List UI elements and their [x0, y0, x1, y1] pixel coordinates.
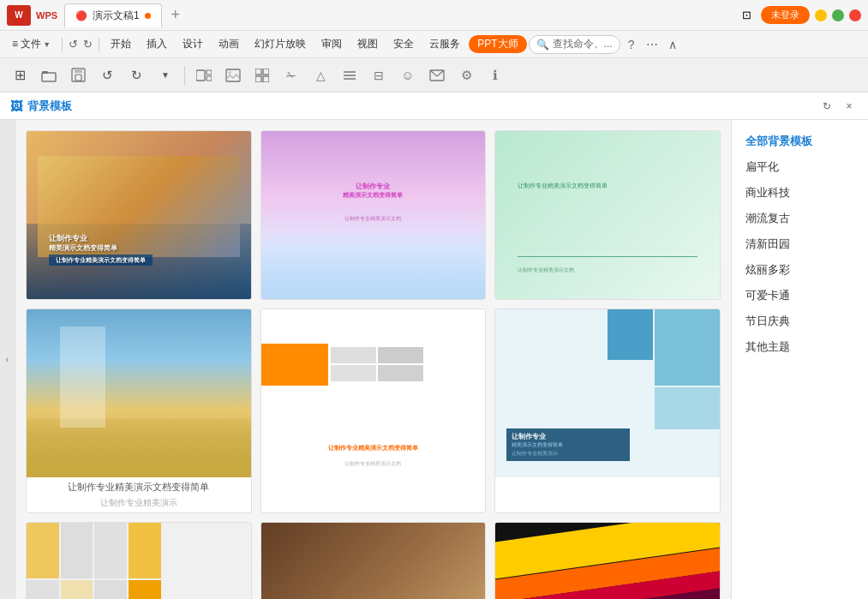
template-item[interactable]: 让制作专业精美演示文档变得简单 让制作专业精美演示文档 — [260, 308, 487, 513]
menu-review-label: 审阅 — [321, 37, 342, 51]
menu-slideshow-label: 幻灯片放映 — [254, 37, 306, 51]
svg-rect-10 — [255, 69, 261, 75]
split-screen-button[interactable]: ⊡ — [737, 6, 756, 25]
wps-label: WPS — [36, 10, 57, 21]
more-button[interactable]: ⋯ — [643, 35, 661, 54]
menu-insert[interactable]: 插入 — [140, 35, 174, 53]
template-item[interactable]: 让制作专业精美演示文档变得简单 让制作专业精美演示 — [26, 308, 252, 513]
title-bar-right: ⊡ 未登录 — [737, 6, 861, 25]
redo-icon[interactable]: ↻ — [123, 63, 149, 88]
menu-file-label: ≡ 文件 — [12, 37, 41, 51]
menu-slideshow[interactable]: 幻灯片放映 — [248, 35, 313, 53]
template-item[interactable]: 让制作专业精美演示文档变得简单 让制作专业精美演示文档 — [260, 130, 487, 300]
menu-start-label: 开始 — [111, 37, 131, 51]
panel-title-icon: 🖼 — [10, 99, 22, 113]
image-insert-icon[interactable] — [220, 63, 246, 88]
search-label: 查找命令、... — [553, 37, 613, 51]
template-thumb: 让制作专业 精美演示文档变得简单 让制作专业精美演示 — [495, 523, 720, 599]
maximize-button[interactable] — [832, 9, 844, 21]
category-cartoon[interactable]: 可爱卡通 — [732, 283, 868, 308]
add-tab-button[interactable]: + — [165, 5, 186, 26]
template-thumb: 让制作专业 精美演示文档变得简单 让制作专业精美演示 — [27, 523, 251, 599]
category-all[interactable]: 全部背景模板 — [732, 129, 868, 154]
mail-merge-icon[interactable] — [424, 63, 450, 88]
svg-rect-7 — [207, 76, 212, 81]
open-file-icon[interactable] — [36, 63, 62, 88]
dropdown-arrow-icon[interactable]: ▼ — [153, 63, 178, 88]
toolbar-undo[interactable]: ↺ — [67, 38, 80, 51]
toolbar-separator — [184, 66, 185, 85]
emoji-icon[interactable]: ☺ — [395, 63, 421, 88]
svg-rect-8 — [226, 69, 240, 81]
login-button[interactable]: 未登录 — [761, 6, 810, 24]
modified-dot — [145, 13, 151, 19]
category-fresh[interactable]: 清新田园 — [732, 231, 868, 257]
template-label: 让制作专业精美演示文档变得简单 — [27, 477, 251, 497]
template-item[interactable]: 让制作专业 精美演示文档变得简单 让制作专业精美演示 — [26, 522, 252, 599]
save-file-icon[interactable] — [65, 63, 91, 88]
bullet-list-icon[interactable] — [337, 63, 362, 88]
menu-view[interactable]: 视图 — [350, 35, 385, 53]
close-button[interactable] — [849, 9, 861, 21]
template-item[interactable]: 让制作专业 精美演示文档变得简单 让制作专业精美演示文档变得简单 — [26, 130, 252, 300]
collapse-arrow-icon: ‹ — [6, 355, 9, 364]
category-flat[interactable]: 扁平化 — [732, 154, 868, 180]
help-button[interactable]: ? — [622, 35, 641, 54]
template-thumb: 让制作专业 精美演示文档变得简单 让制作专业精美演示文档变得简单 — [27, 131, 251, 299]
category-biz-tech[interactable]: 商业科技 — [732, 180, 868, 206]
menu-bar: ≡ 文件 ▼ ↺ ↻ 开始 插入 设计 动画 幻灯片放映 审阅 视图 安全 云服… — [0, 31, 868, 58]
search-icon: 🔍 — [536, 39, 549, 51]
slide-panel-icon[interactable] — [191, 63, 217, 88]
fold-button[interactable]: ∧ — [663, 35, 682, 54]
title-bar: W WPS 🔴 演示文稿1 + ⊡ 未登录 — [0, 0, 868, 31]
template-sub-label: 让制作专业精美演示 — [27, 497, 251, 512]
menu-animation-label: 动画 — [218, 37, 239, 51]
category-colorful[interactable]: 炫丽多彩 — [732, 257, 868, 283]
new-slide-icon[interactable]: ⊞ — [7, 63, 33, 88]
template-item[interactable]: 让制作专业精美演示文档变得简单 让制作专业精美演示文档 — [494, 130, 721, 300]
toolbar: ⊞ ↺ ↻ ▼ ✁ △ ⊟ ☺ ⚙ ℹ — [0, 58, 868, 93]
sep2 — [99, 38, 99, 51]
info-icon[interactable]: ℹ — [482, 63, 508, 88]
ppt-master-button[interactable]: PPT大师 — [469, 35, 526, 53]
shapes-icon[interactable]: △ — [308, 63, 333, 88]
document-tab[interactable]: 🔴 演示文稿1 — [64, 3, 162, 27]
svg-rect-13 — [263, 76, 269, 82]
menu-design[interactable]: 设计 — [176, 35, 210, 53]
template-thumb — [27, 309, 251, 477]
svg-rect-4 — [75, 75, 81, 81]
category-other[interactable]: 其他主题 — [732, 334, 868, 360]
template-item[interactable]: 让制作专业 精美演示文档变得简单 — [260, 522, 487, 599]
panel-close-button[interactable]: × — [841, 98, 858, 115]
panel-header: 🖼 背景模板 ↻ × — [0, 93, 868, 120]
menu-cloud-label: 云服务 — [429, 37, 460, 51]
category-festival[interactable]: 节日庆典 — [732, 308, 868, 334]
templates-area: 让制作专业 精美演示文档变得简单 让制作专业精美演示文档变得简单 让制作专业精美… — [15, 120, 731, 599]
menu-animation[interactable]: 动画 — [212, 35, 246, 53]
template-thumb: 让制作专业 精美演示文档变得简单 — [261, 523, 486, 599]
layout-icon[interactable] — [249, 63, 275, 88]
menu-review[interactable]: 审阅 — [314, 35, 349, 53]
menu-file[interactable]: ≡ 文件 ▼ — [5, 35, 57, 53]
template-item[interactable]: 让制作专业 精美演示文档变得简单 让制作专业精美演示 — [494, 522, 721, 599]
svg-rect-5 — [196, 70, 205, 81]
menu-security[interactable]: 安全 — [386, 35, 421, 53]
svg-rect-6 — [207, 70, 212, 75]
template-thumb: 让制作专业精美演示文档变得简单 让制作专业精美演示文档 — [495, 131, 720, 299]
toolbar-redo[interactable]: ↻ — [81, 38, 94, 51]
template-thumb: 让制作专业 精美演示文档变得简单 让制作专业精美演示 — [495, 309, 720, 477]
menu-start[interactable]: 开始 — [104, 35, 138, 53]
undo-icon[interactable]: ↺ — [94, 63, 120, 88]
refresh-button[interactable]: ↻ — [818, 98, 835, 115]
template-item[interactable]: 让制作专业 精美演示文档变得简单 让制作专业精美演示 — [494, 308, 721, 513]
photo-icon[interactable]: ⊟ — [366, 63, 392, 88]
left-collapse-button[interactable]: ‹ — [0, 120, 15, 599]
search-area[interactable]: 🔍 查找命令、... — [529, 35, 620, 54]
settings-icon[interactable]: ⚙ — [453, 63, 479, 88]
minimize-button[interactable] — [815, 9, 827, 21]
menu-cloud[interactable]: 云服务 — [422, 35, 467, 53]
category-retro[interactable]: 潮流复古 — [732, 206, 868, 231]
svg-rect-1 — [42, 73, 56, 81]
svg-point-9 — [228, 71, 231, 75]
crop-tool-icon[interactable]: ✁ — [278, 63, 304, 88]
